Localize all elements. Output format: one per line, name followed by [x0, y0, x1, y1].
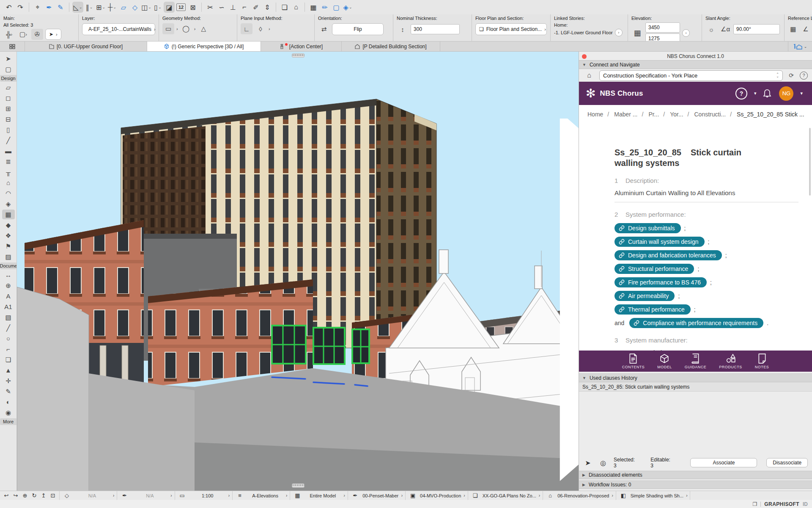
chevron-down-icon[interactable]: ⌄	[349, 5, 352, 9]
fillet-chamfer-button[interactable]: ⌐	[239, 2, 250, 13]
geometry-curved-button[interactable]: ◯	[180, 23, 192, 34]
move-to-story-button[interactable]: ❏	[279, 2, 290, 13]
elevate-button[interactable]: ⌂	[291, 2, 302, 13]
used-clauses-header[interactable]: ▼ Used clauses History	[579, 373, 812, 382]
circle-tool[interactable]: ○	[2, 334, 15, 343]
nominal-thickness-input[interactable]: 300	[411, 24, 460, 34]
dimension-numbers-button[interactable]: 12	[176, 3, 186, 11]
tab-floor-plan[interactable]: [0. UGF-Upper Ground Floor]	[25, 41, 147, 51]
navigator-popup-button[interactable]: ⌄	[788, 41, 812, 51]
nav-tab-contents[interactable]: CONTENTS	[622, 353, 645, 369]
zoom-in-button[interactable]: ⊕	[20, 492, 30, 499]
gravity-button[interactable]: ▱	[118, 2, 129, 13]
beam-tool[interactable]: ╱	[2, 135, 15, 145]
quad-view-button[interactable]	[0, 41, 25, 51]
move-tool[interactable]: ✛	[2, 376, 15, 386]
find-select-button[interactable]: ⌖	[32, 2, 43, 13]
structure-display-select[interactable]: ▦ Entire Model ›	[290, 491, 348, 500]
guide-lines-button[interactable]: ◺⌄	[72, 2, 83, 13]
skylight-tool[interactable]: ◈	[2, 199, 15, 209]
model-view-options-select[interactable]: ▣ 04-MVO-Production ›	[406, 491, 468, 500]
geometry-polygon-button[interactable]: △	[198, 23, 209, 34]
pick-up-parameters-button[interactable]: ✒	[44, 2, 55, 13]
corner-window-tool[interactable]: ⊟	[2, 114, 15, 124]
chevron-down-icon[interactable]: ▾	[754, 91, 757, 96]
window-tool[interactable]: ⊞	[2, 104, 15, 113]
chevron-down-icon[interactable]: ⌄	[113, 5, 116, 9]
associate-button[interactable]: Associate	[690, 458, 757, 467]
align-elevation-button[interactable]: ⊥	[228, 2, 239, 13]
fill-tool[interactable]: ▧	[2, 312, 15, 322]
text-tool[interactable]: A	[2, 291, 15, 301]
markup-pencil-button[interactable]: ✏	[319, 2, 330, 13]
scale-select[interactable]: ▭ 1:100 ›	[175, 491, 233, 500]
palette-title-bar[interactable]: NBS Chorus Connect 1.0	[579, 52, 812, 61]
level-dimension-tool[interactable]: ⊕	[2, 281, 15, 290]
breadcrumb-item[interactable]: Ss_25_10_20_85 Stick .../	[737, 111, 804, 118]
trace-reference-button[interactable]: ◫⌄	[141, 2, 152, 13]
stair-tool[interactable]: ≣	[2, 157, 15, 166]
view-back-button[interactable]: ↩	[2, 492, 11, 499]
layer-combination-select[interactable]: ≡ A-Elevations ›	[233, 491, 290, 500]
performance-link[interactable]: Compliance with performance requirements	[629, 318, 763, 328]
split-button[interactable]: ✂	[205, 2, 216, 13]
curtain-wall-tool[interactable]: ▦	[2, 210, 15, 219]
pen-override-select[interactable]: ✒ N/A ›	[117, 491, 175, 500]
select-associated-icon[interactable]: ➤	[583, 459, 593, 467]
clip-button[interactable]: ✇	[31, 29, 43, 40]
tab-detailed-building-section[interactable]: [P Detailed Building Section]	[342, 41, 440, 51]
sync-icon[interactable]: ⟳	[787, 71, 796, 80]
performance-link[interactable]: Structural performance	[614, 264, 694, 274]
nav-tab-guidance[interactable]: GUIDANCE	[685, 353, 707, 369]
toolbar-grip-top[interactable]	[292, 53, 304, 58]
flip-button[interactable]: Flip	[332, 23, 384, 35]
favorites-button[interactable]: ▢›	[17, 29, 29, 40]
transform-box-button[interactable]: ▦	[308, 2, 319, 13]
door-tool[interactable]: ◻	[2, 93, 15, 103]
arrow-tool[interactable]: ➤	[2, 54, 15, 64]
performance-link[interactable]: Fire performance to BS 476	[614, 277, 707, 287]
disassociate-button[interactable]: Disassociate	[766, 458, 808, 467]
drawing-tool[interactable]: ◉	[2, 408, 15, 417]
mirror-plane-button[interactable]: ◇	[129, 2, 140, 13]
chevron-down-icon[interactable]: ⌄	[148, 5, 151, 9]
object-tool[interactable]: ❖	[2, 231, 15, 240]
viewport-3d[interactable]	[17, 52, 579, 491]
elevation-top-input[interactable]: 3450	[645, 22, 680, 33]
breadcrumb-item[interactable]: Constructi.../	[694, 111, 736, 118]
slab-tool[interactable]: ▬	[2, 146, 15, 156]
eraser-page-button[interactable]: ▢	[331, 2, 342, 13]
performance-link[interactable]: Thermal performance	[614, 304, 691, 315]
worksheet-tool[interactable]: ✎	[2, 387, 15, 396]
story-select-button[interactable]: ›	[615, 29, 623, 36]
undo-button[interactable]: ↶	[3, 2, 14, 13]
used-clause-row[interactable]: Ss_25_10_20_85: Stick curtain walling sy…	[579, 382, 812, 392]
intersect-button[interactable]: ✐	[250, 2, 261, 13]
performance-link[interactable]: Air permeability	[614, 291, 675, 301]
home-button[interactable]: ⌂	[583, 70, 595, 81]
distort-button[interactable]: ⊠	[187, 2, 198, 13]
geometry-polyline-button[interactable]: ▭	[162, 23, 174, 34]
breadcrumb-item[interactable]: Yor.../	[670, 111, 693, 118]
chevron-down-icon[interactable]: ⌄	[90, 5, 93, 9]
fit-in-window-button[interactable]: ⊡	[48, 492, 58, 499]
polyline-tool[interactable]: ⌐	[2, 344, 15, 354]
breadcrumb-item[interactable]: Maber .../	[614, 111, 647, 118]
help-icon[interactable]: ?	[800, 72, 808, 80]
performance-link[interactable]: Design and fabrication tolerances	[614, 250, 722, 260]
coordinate-input-button[interactable]: ⊞⌄	[95, 2, 106, 13]
connect-navigate-header[interactable]: ▼ Connect and Navigate	[579, 60, 812, 69]
elevation-options-button[interactable]: ›	[682, 29, 690, 37]
arrow-mode-button[interactable]: ➤›	[45, 29, 61, 40]
floor-plan-display-button[interactable]: ❏ Floor Plan and Section... ›	[475, 23, 547, 35]
close-icon[interactable]	[582, 54, 587, 59]
column-tool[interactable]: ▯	[2, 125, 15, 135]
mesh-tool[interactable]: ▨	[2, 252, 15, 262]
marker-tool[interactable]: ▲	[2, 365, 15, 375]
plane-horizontal-button[interactable]: ∟	[241, 23, 252, 34]
workflow-issues-header[interactable]: ▶ Workflow Issues: 0	[579, 480, 812, 489]
view-orientation-button[interactable]: ◈⌄	[342, 2, 353, 13]
pen-set-select[interactable]: ✒ 00-Penset-Maber ›	[348, 491, 406, 500]
plane-custom-button[interactable]: ◊	[255, 23, 266, 34]
dimension-tool[interactable]: ↔	[2, 270, 15, 280]
